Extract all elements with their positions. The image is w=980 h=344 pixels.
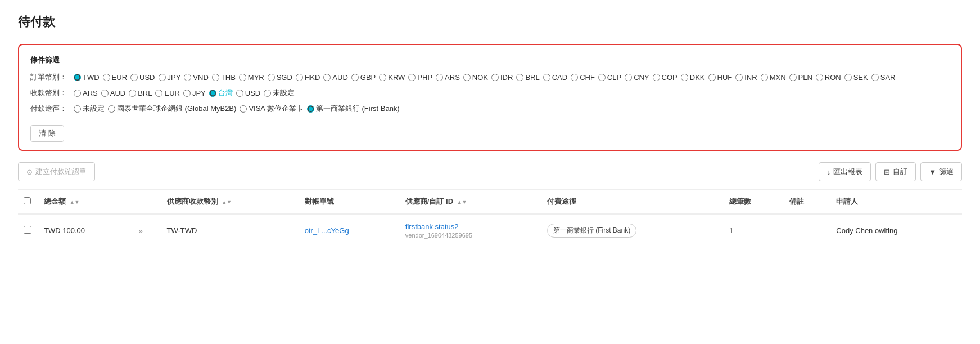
header-count: 總筆數 (724, 190, 784, 214)
order-currency-item[interactable]: VND (184, 73, 208, 82)
vendor-name-link[interactable]: firstbank status2 (405, 222, 536, 231)
row-vendor-currency: TW-TWD (161, 214, 299, 247)
receive-currency-item[interactable]: JPY (183, 89, 206, 97)
table-wrap: 總金額 ▲▼ 供應商收款幣別 ▲▼ 對帳單號 供應商/自訂 ID ▲▼ (18, 189, 962, 247)
order-currency-item[interactable]: PHP (408, 73, 432, 82)
row-checkbox[interactable] (24, 226, 31, 234)
receive-currency-item[interactable]: AUD (101, 89, 125, 97)
sort-total-icon[interactable]: ▲▼ (70, 200, 80, 205)
receive-currency-item[interactable]: ARS (74, 89, 98, 97)
header-total: 總金額 ▲▼ (38, 190, 133, 214)
receive-currency-label: 收款幣別： (30, 88, 67, 98)
header-check (18, 190, 38, 214)
row-vendor-id: firstbank status2vendor_1690443259695 (400, 214, 541, 247)
order-currency-item[interactable]: MXN (761, 73, 786, 82)
order-currency-item[interactable]: KRW (379, 73, 405, 82)
payment-method-group: 未設定國泰世華全球企網銀 (Global MyB2B)VISA 數位企業卡第一商… (74, 104, 400, 114)
header-vendor-id: 供應商/自訂 ID ▲▼ (400, 190, 541, 214)
order-currency-group: TWDEURUSDJPYVNDTHBMYRSGDHKDAUDGBPKRWPHPA… (74, 73, 895, 82)
header-account-number: 對帳單號 (299, 190, 400, 214)
receive-currency-row: 收款幣別： ARSAUDBRLEURJPY台灣USD未設定 (30, 88, 950, 98)
filter-section-title: 條件篩選 (30, 55, 950, 65)
order-currency-item[interactable]: THB (212, 73, 236, 82)
create-icon: ⊙ (26, 168, 33, 176)
header-note: 備註 (784, 190, 830, 214)
page-title: 待付款 (18, 14, 962, 30)
select-all-checkbox[interactable] (24, 197, 31, 204)
order-currency-item[interactable]: MYR (239, 73, 264, 82)
order-currency-item[interactable]: DKK (681, 73, 705, 82)
receive-currency-group: ARSAUDBRLEURJPY台灣USD未設定 (74, 88, 295, 98)
create-button-label: 建立付款確認單 (35, 167, 87, 177)
order-currency-item[interactable]: USD (130, 73, 155, 82)
payment-method-item[interactable]: 國泰世華全球企網銀 (Global MyB2B) (108, 104, 236, 114)
toolbar-right: ↓ 匯出報表 ⊞ 自訂 ▼ 篩選 (819, 162, 962, 181)
filter-icon: ▼ (929, 168, 936, 176)
account-link[interactable]: otr_L...cYeGg (305, 226, 349, 235)
order-currency-item[interactable]: CHF (571, 73, 595, 82)
order-currency-item[interactable]: NOK (463, 73, 488, 82)
row-arrow: » (133, 214, 161, 247)
order-currency-row: 訂單幣別： TWDEURUSDJPYVNDTHBMYRSGDHKDAUDGBPK… (30, 72, 950, 82)
header-arrow (133, 190, 161, 214)
order-currency-item[interactable]: HUF (708, 73, 733, 82)
sort-vendor-currency-icon[interactable]: ▲▼ (222, 200, 232, 205)
order-currency-label: 訂單幣別： (30, 72, 67, 82)
row-checkbox-cell (18, 214, 38, 247)
payment-method-item[interactable]: 第一商業銀行 (First Bank) (307, 104, 400, 114)
custom-button-label: 自訂 (893, 167, 907, 177)
row-note (784, 214, 830, 247)
table-row: TWD 100.00»TW-TWDotr_L...cYeGgfirstbank … (18, 214, 962, 247)
filter-button-label: 篩選 (939, 167, 954, 177)
order-currency-item[interactable]: COP (653, 73, 678, 82)
header-payment-method: 付費途徑 (541, 190, 724, 214)
sort-vendor-id-icon[interactable]: ▲▼ (457, 200, 467, 205)
header-vendor-currency: 供應商收款幣別 ▲▼ (161, 190, 299, 214)
payment-method-label: 付款途徑： (30, 104, 67, 114)
order-currency-item[interactable]: AUD (323, 73, 347, 82)
order-currency-item[interactable]: EUR (103, 73, 127, 82)
filter-box: 條件篩選 訂單幣別： TWDEURUSDJPYVNDTHBMYRSGDHKDAU… (18, 44, 962, 151)
toolbar-left: ⊙ 建立付款確認單 (18, 162, 95, 181)
clear-button[interactable]: 清 除 (30, 125, 64, 142)
create-payment-button[interactable]: ⊙ 建立付款確認單 (18, 162, 95, 181)
order-currency-item[interactable]: TWD (74, 73, 100, 82)
export-icon: ↓ (827, 168, 831, 176)
receive-currency-item[interactable]: EUR (155, 89, 179, 97)
receive-currency-item[interactable]: 未設定 (264, 88, 295, 98)
payment-method-badge: 第一商業銀行 (First Bank) (547, 224, 636, 238)
order-currency-item[interactable]: HKD (296, 73, 320, 82)
payment-method-item[interactable]: VISA 數位企業卡 (240, 104, 304, 114)
order-currency-item[interactable]: GBP (351, 73, 376, 82)
custom-icon: ⊞ (884, 168, 890, 176)
export-button[interactable]: ↓ 匯出報表 (819, 162, 871, 181)
order-currency-item[interactable]: SEK (844, 73, 868, 82)
data-table: 總金額 ▲▼ 供應商收款幣別 ▲▼ 對帳單號 供應商/自訂 ID ▲▼ (18, 190, 962, 247)
order-currency-item[interactable]: CNY (625, 73, 649, 82)
order-currency-item[interactable]: SGD (268, 73, 292, 82)
order-currency-item[interactable]: JPY (159, 73, 181, 82)
order-currency-item[interactable]: SAR (871, 73, 896, 82)
order-currency-item[interactable]: RON (816, 73, 841, 82)
order-currency-item[interactable]: BRL (516, 73, 539, 82)
payment-method-row: 付款途徑： 未設定國泰世華全球企網銀 (Global MyB2B)VISA 數位… (30, 104, 950, 114)
order-currency-item[interactable]: CLP (598, 73, 621, 82)
expand-arrow-icon[interactable]: » (138, 226, 143, 235)
filter-button[interactable]: ▼ 篩選 (920, 162, 962, 181)
header-applicant: 申請人 (830, 190, 962, 214)
order-currency-item[interactable]: CAD (543, 73, 567, 82)
order-currency-item[interactable]: ARS (436, 73, 460, 82)
order-currency-item[interactable]: PLN (789, 73, 812, 82)
payment-method-item[interactable]: 未設定 (74, 104, 105, 114)
receive-currency-item[interactable]: 台灣 (209, 88, 233, 98)
receive-currency-item[interactable]: BRL (129, 89, 152, 97)
row-count: 1 (724, 214, 784, 247)
order-currency-item[interactable]: IDR (491, 73, 513, 82)
receive-currency-item[interactable]: USD (236, 89, 260, 97)
custom-button[interactable]: ⊞ 自訂 (875, 162, 916, 181)
row-payment-method: 第一商業銀行 (First Bank) (541, 214, 724, 247)
order-currency-item[interactable]: INR (735, 73, 757, 82)
table-header-row: 總金額 ▲▼ 供應商收款幣別 ▲▼ 對帳單號 供應商/自訂 ID ▲▼ (18, 190, 962, 214)
export-button-label: 匯出報表 (833, 167, 862, 177)
toolbar: ⊙ 建立付款確認單 ↓ 匯出報表 ⊞ 自訂 ▼ 篩選 (18, 162, 962, 181)
